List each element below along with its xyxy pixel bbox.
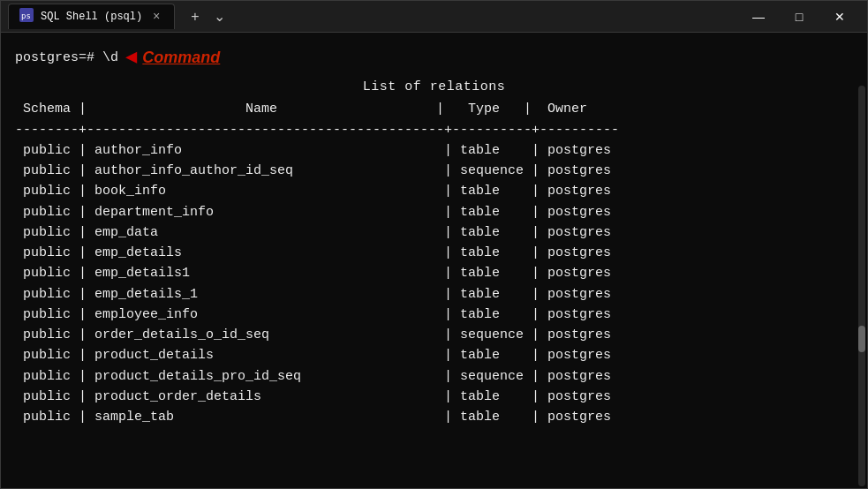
relations-table: List of relations Schema | Name | Type |…	[15, 77, 853, 427]
maximize-button[interactable]: □	[779, 1, 819, 33]
table-row: public | sample_tab | table | postgres	[15, 407, 853, 427]
table-row: public | emp_details | table | postgres	[15, 243, 853, 263]
table-row: public | order_details_o_id_seq | sequen…	[15, 325, 853, 345]
svg-text:ps: ps	[21, 11, 31, 20]
table-row: public | department_info | table | postg…	[15, 202, 853, 222]
table-row: public | product_details | table | postg…	[15, 345, 853, 365]
close-button[interactable]: ✕	[819, 1, 860, 33]
scrollbar-thumb[interactable]	[858, 326, 865, 352]
table-row: public | emp_data | table | postgres	[15, 222, 853, 243]
table-title: List of relations	[15, 77, 853, 97]
new-tab-button[interactable]: +	[185, 7, 204, 26]
command-annotation: ◀ Command	[125, 43, 220, 73]
table-row: public | book_info | table | postgres	[15, 181, 853, 201]
table-row: public | employee_info | table | postgre…	[15, 305, 853, 325]
arrow-icon: ◀	[125, 43, 137, 73]
command-label: Command	[142, 46, 220, 71]
main-window: ps SQL Shell (psql) × + ⌄ — □ ✕ postgres…	[0, 0, 868, 489]
table-row: public | author_info | table | postgres	[15, 140, 853, 161]
table-rows: public | author_info | table | postgres …	[15, 140, 853, 428]
table-row: public | emp_details1 | table | postgres	[15, 263, 853, 283]
tab-label: SQL Shell (psql)	[41, 11, 142, 23]
terminal-area[interactable]: postgres=# \d ◀ Command List of relation…	[1, 33, 867, 488]
tab-controls: + ⌄	[185, 6, 230, 26]
table-row: public | author_info_author_id_seq | seq…	[15, 161, 853, 181]
tab-icon: ps	[19, 8, 34, 26]
table-header: Schema | Name | Type | Owner	[15, 99, 853, 119]
table-row: public | product_order_details | table |…	[15, 387, 853, 407]
table-separator: --------+-------------------------------…	[15, 120, 853, 140]
minimize-button[interactable]: —	[738, 1, 779, 33]
prompt-text: postgres=# \d	[15, 48, 118, 68]
tab-dropdown-button[interactable]: ⌄	[208, 6, 230, 26]
title-bar: ps SQL Shell (psql) × + ⌄ — □ ✕	[1, 1, 867, 33]
tab-sql-shell[interactable]: ps SQL Shell (psql) ×	[8, 4, 175, 29]
table-row: public | emp_details_1 | table | postgre…	[15, 284, 853, 305]
prompt-line: postgres=# \d ◀ Command	[15, 43, 853, 73]
title-bar-left: ps SQL Shell (psql) × + ⌄	[8, 4, 738, 29]
window-controls: — □ ✕	[738, 1, 860, 33]
scrollbar[interactable]	[858, 86, 865, 486]
table-row: public | product_details_pro_id_seq | se…	[15, 366, 853, 387]
tab-close-button[interactable]: ×	[149, 10, 163, 24]
